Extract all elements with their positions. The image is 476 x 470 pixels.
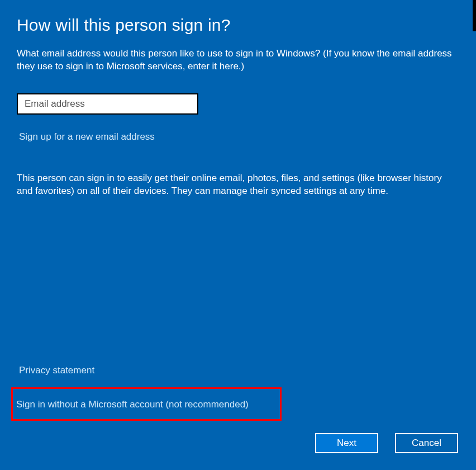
signup-new-email-link[interactable]: Sign up for a new email address (17, 131, 459, 143)
email-input[interactable] (17, 93, 198, 115)
next-button[interactable]: Next (315, 433, 378, 453)
description-text: This person can sign in to easily get th… (17, 172, 458, 198)
page-title: How will this person sign in? (17, 16, 459, 35)
intro-text: What email address would this person lik… (17, 47, 458, 73)
cancel-button[interactable]: Cancel (395, 433, 458, 453)
button-row: Next Cancel (17, 433, 459, 453)
sign-in-without-microsoft-link[interactable]: Sign in without a Microsoft account (not… (16, 399, 249, 410)
dialog-container: How will this person sign in? What email… (0, 0, 476, 470)
privacy-statement-link[interactable]: Privacy statement (17, 365, 94, 376)
scrollbar[interactable] (473, 0, 476, 31)
local-account-highlight: Sign in without a Microsoft account (not… (11, 387, 282, 421)
bottom-area: Privacy statement Sign in without a Micr… (17, 365, 459, 453)
